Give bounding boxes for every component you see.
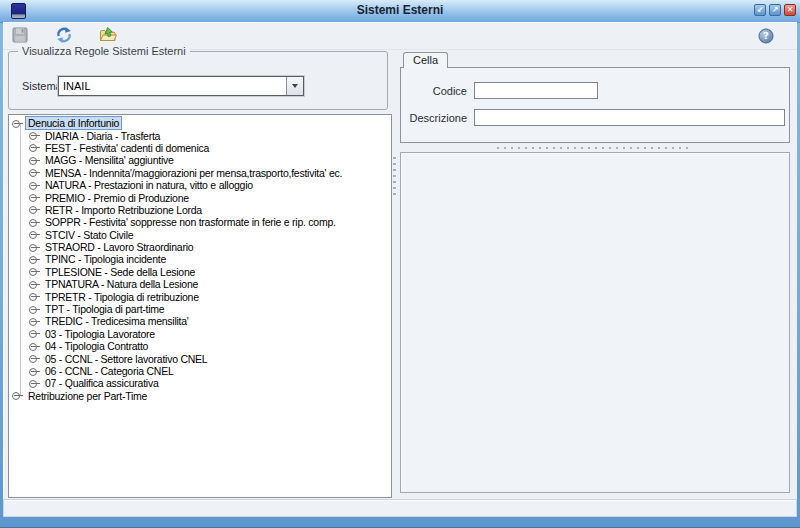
tree-item[interactable]: MAGG - Mensilita' aggiuntive: [10, 154, 390, 166]
tree-item-label: FEST - Festivita' cadenti di domenica: [43, 142, 211, 154]
tab-cella[interactable]: Cella: [403, 52, 448, 68]
tree-item-label: NATURA - Prestazioni in natura, vitto e …: [43, 179, 255, 191]
rules-tree: Denucia di Infortunio DIARIA - Diaria - …: [10, 117, 390, 402]
tree-expand-icon[interactable]: [28, 267, 41, 276]
tree-item[interactable]: MENSA - Indennita'/maggiorazioni per men…: [10, 167, 390, 179]
rules-tree-panel: Denucia di Infortunio DIARIA - Diaria - …: [8, 114, 392, 498]
tree-expand-icon[interactable]: [28, 218, 41, 227]
tree-item[interactable]: TREDIC - Tredicesima mensilita': [10, 315, 390, 327]
tree-expand-icon[interactable]: [28, 243, 41, 252]
close-icon: ✕: [787, 6, 794, 14]
tree-root-denuncia[interactable]: Denucia di Infortunio: [10, 117, 390, 129]
tree-expand-icon[interactable]: [28, 379, 41, 388]
tree-expand-icon[interactable]: [28, 367, 41, 376]
chevron-down-icon: [292, 84, 298, 88]
tree-item[interactable]: TPNATURA - Natura della Lesione: [10, 278, 390, 290]
minimize-button[interactable]: ↙: [754, 4, 766, 16]
window-controls: ↙ ↗ ✕: [754, 4, 796, 16]
tree-item-label: Retribuzione per Part-Time: [26, 390, 149, 402]
tree-item-label: TPLESIONE - Sede della Lesione: [43, 266, 197, 278]
groupbox-title: Visualizza Regole Sistemi Esterni: [18, 45, 190, 57]
tree-item[interactable]: TPLESIONE - Sede della Lesione: [10, 266, 390, 278]
tree-item-label: TPRETR - Tipologia di retribuzione: [43, 291, 201, 303]
tree-item-label: 04 - Tipologia Contratto: [43, 340, 150, 352]
codice-input[interactable]: [474, 82, 598, 99]
tree-expand-icon[interactable]: [28, 342, 41, 351]
tree-expand-icon[interactable]: [28, 354, 41, 363]
svg-text:?: ?: [763, 30, 769, 41]
tree-expand-icon[interactable]: [11, 119, 24, 128]
tree-item-label: TPT - Tipologia di part-time: [43, 303, 166, 315]
tree-expand-icon[interactable]: [28, 317, 41, 326]
split-divider-horizontal[interactable]: [497, 147, 690, 149]
tree-root-retribuzione[interactable]: Retribuzione per Part-Time: [10, 390, 390, 402]
tree-item[interactable]: RETR - Importo Retribuzione Lorda: [10, 204, 390, 216]
sistema-combobox[interactable]: INAIL: [58, 76, 304, 96]
visualizza-regole-groupbox: Visualizza Regole Sistemi Esterni Sistem…: [8, 51, 388, 110]
app-window: Sistemi Esterni ↙ ↗ ✕: [0, 0, 800, 528]
tree-item[interactable]: NATURA - Prestazioni in natura, vitto e …: [10, 179, 390, 191]
help-icon: ?: [758, 28, 774, 44]
detail-empty-panel: [400, 152, 790, 493]
title-bar: Sistemi Esterni ↙ ↗ ✕: [0, 0, 800, 23]
open-button[interactable]: [99, 26, 117, 44]
tree-expand-icon[interactable]: [28, 143, 41, 152]
tree-item[interactable]: 06 - CCNL - Categoria CNEL: [10, 365, 390, 377]
codice-label: Codice: [401, 85, 467, 97]
split-divider-vertical[interactable]: [393, 157, 396, 197]
tree-item-label: STCIV - Stato Civile: [43, 229, 135, 241]
tree-item-label: 03 - Tipologia Lavoratore: [43, 328, 157, 340]
save-button[interactable]: [11, 26, 29, 44]
tree-item-label: 06 - CCNL - Categoria CNEL: [43, 365, 176, 377]
tree-expand-icon[interactable]: [28, 131, 41, 140]
tree-expand-icon[interactable]: [28, 305, 41, 314]
tree-item[interactable]: TPINC - Tipologia incidente: [10, 253, 390, 265]
tree-expand-icon[interactable]: [28, 168, 41, 177]
tree-item[interactable]: PREMIO - Premio di Produzione: [10, 191, 390, 203]
refresh-button[interactable]: [55, 26, 73, 44]
tree-item[interactable]: STCIV - Stato Civile: [10, 229, 390, 241]
tree-item[interactable]: DIARIA - Diaria - Trasferta: [10, 129, 390, 141]
open-folder-icon: [99, 26, 117, 44]
tree-item-label: Denucia di Infortunio: [26, 117, 121, 129]
help-button[interactable]: ?: [758, 28, 774, 44]
tree-item-label: MAGG - Mensilita' aggiuntive: [43, 154, 176, 166]
descrizione-label: Descrizione: [401, 112, 467, 124]
sistema-combobox-dropdown-button[interactable]: [286, 77, 303, 95]
tree-item[interactable]: TPT - Tipologia di part-time: [10, 303, 390, 315]
tree-item[interactable]: 04 - Tipologia Contratto: [10, 340, 390, 352]
tree-item[interactable]: SOPPR - Festivita' soppresse non trasfor…: [10, 216, 390, 228]
save-icon: [11, 26, 29, 44]
tree-item[interactable]: FEST - Festivita' cadenti di domenica: [10, 142, 390, 154]
tree-expand-icon[interactable]: [28, 193, 41, 202]
tree-expand-icon[interactable]: [28, 156, 41, 165]
tree-item-label: RETR - Importo Retribuzione Lorda: [43, 204, 204, 216]
tree-item[interactable]: 03 - Tipologia Lavoratore: [10, 328, 390, 340]
tree-expand-icon[interactable]: [28, 292, 41, 301]
tree-expand-icon[interactable]: [28, 230, 41, 239]
tree-expand-icon[interactable]: [28, 329, 41, 338]
arrow-up-right-icon: ↗: [772, 6, 779, 14]
tree-item-label: DIARIA - Diaria - Trasferta: [43, 130, 162, 142]
sistema-label: Sistema: [22, 80, 62, 92]
tree-expand-icon[interactable]: [28, 280, 41, 289]
tree-item[interactable]: STRAORD - Lavoro Straordinario: [10, 241, 390, 253]
tree-expand-icon[interactable]: [28, 181, 41, 190]
close-button[interactable]: ✕: [784, 4, 796, 16]
maximize-button[interactable]: ↗: [769, 4, 781, 16]
tree-expand-icon[interactable]: [28, 255, 41, 264]
sistema-combobox-value: INAIL: [59, 77, 286, 95]
tree-item[interactable]: 07 - Qualifica assicurativa: [10, 377, 390, 389]
tree-expand-icon[interactable]: [28, 205, 41, 214]
tree-expand-icon[interactable]: [11, 391, 24, 400]
descrizione-input[interactable]: [474, 109, 785, 126]
tree-item-label: TPINC - Tipologia incidente: [43, 253, 168, 265]
window-content: ? Visualizza Regole Sistemi Esterni Sist…: [3, 22, 797, 517]
tree-item-label: MENSA - Indennita'/maggiorazioni per men…: [43, 167, 344, 179]
tree-item-label: 05 - CCNL - Settore lavorativo CNEL: [43, 353, 209, 365]
tree-item[interactable]: 05 - CCNL - Settore lavorativo CNEL: [10, 352, 390, 364]
status-bar: [3, 499, 797, 517]
tree-item[interactable]: TPRETR - Tipologia di retribuzione: [10, 290, 390, 302]
arrow-down-left-icon: ↙: [757, 6, 764, 14]
window-title: Sistemi Esterni: [0, 0, 800, 22]
